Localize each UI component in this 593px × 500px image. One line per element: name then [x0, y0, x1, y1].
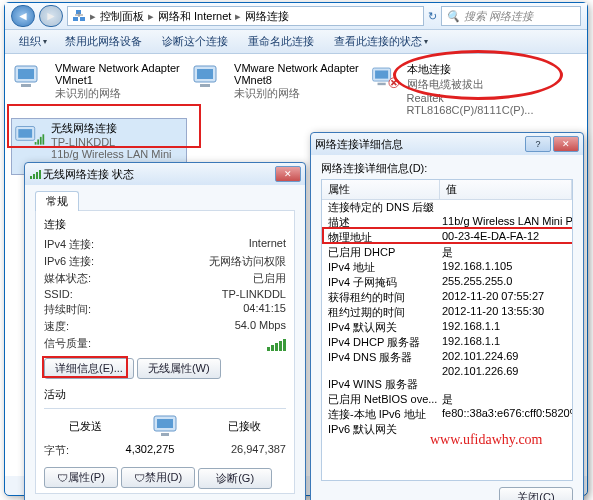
list-header: 属性 值	[322, 180, 572, 200]
crumb-3[interactable]: 网络连接	[245, 9, 289, 24]
table-row[interactable]: 获得租约的时间2012-11-20 07:55:27	[322, 290, 572, 305]
table-row[interactable]: 连接特定的 DNS 后缀	[322, 200, 572, 215]
help-icon[interactable]: ?	[525, 136, 551, 152]
search-icon: 🔍	[446, 10, 460, 23]
svg-rect-4	[18, 69, 34, 79]
svg-rect-25	[161, 433, 169, 436]
signal-label: 信号质量:	[44, 336, 91, 351]
table-row[interactable]: IPv4 DHCP 服务器192.168.1.1	[322, 335, 572, 350]
svg-rect-24	[157, 419, 173, 428]
highlight-wifi-adapter	[7, 104, 201, 148]
svg-rect-0	[73, 17, 78, 21]
table-row[interactable]: 已启用 DHCP是	[322, 245, 572, 260]
wireless-props-button[interactable]: 无线属性(W)	[137, 358, 221, 379]
table-row[interactable]: 租约过期的时间2012-11-20 13:55:30	[322, 305, 572, 320]
highlight-details-btn	[42, 356, 128, 378]
crumb-2[interactable]: 网络和 Internet	[158, 9, 231, 24]
diag-button[interactable]: 诊断(G)	[198, 468, 272, 489]
table-row[interactable]: IPv4 WINS 服务器	[322, 377, 572, 392]
table-row[interactable]: IPv4 地址192.168.1.105	[322, 260, 572, 275]
svg-rect-19	[30, 176, 32, 179]
tab-general[interactable]: 常规	[35, 191, 79, 211]
cmd-organize[interactable]: 组织	[13, 32, 53, 51]
adapter-vmnet8[interactable]: VMware Network Adapter VMnet8 未识别的网络	[190, 60, 366, 103]
table-row[interactable]: 连接-本地 IPv6 地址fe80::38a3:e676:cff0:5820%1…	[322, 407, 572, 422]
svg-rect-20	[33, 174, 35, 179]
svg-rect-7	[197, 69, 213, 79]
details-title: 网络连接详细信息	[315, 137, 525, 152]
recv-label: 已接收	[228, 419, 261, 434]
disable-button[interactable]: 🛡 禁用(D)	[121, 467, 195, 488]
cmd-disable[interactable]: 禁用此网络设备	[59, 32, 150, 51]
signal-bars-icon	[267, 336, 286, 351]
bytes-label: 字节:	[44, 443, 69, 458]
svg-rect-8	[200, 84, 210, 87]
sent-label: 已发送	[69, 419, 102, 434]
table-row[interactable]: 202.101.226.69	[322, 365, 572, 377]
recv-bytes: 26,947,387	[231, 443, 286, 458]
status-title: 无线网络连接 状态	[43, 167, 275, 182]
address-bar[interactable]: ▸ 控制面板 ▸ 网络和 Internet ▸ 网络连接	[67, 6, 424, 26]
table-row[interactable]: IPv4 默认网关192.168.1.1	[322, 320, 572, 335]
status-dialog: 无线网络连接 状态 ✕ 常规 连接 IPv4 连接:Internet IPv6 …	[24, 162, 306, 500]
network-icon	[72, 9, 86, 23]
table-row[interactable]: IPv4 DNS 服务器202.101.224.69	[322, 350, 572, 365]
highlight-ipv4-row	[322, 227, 573, 244]
highlight-local-adapter	[393, 50, 563, 100]
details-header: 网络连接详细信息(D):	[321, 161, 573, 176]
search-input[interactable]: 🔍 搜索 网络连接	[441, 6, 581, 26]
cmd-rename[interactable]: 重命名此连接	[242, 32, 322, 51]
sent-bytes: 4,302,275	[69, 443, 231, 458]
svg-rect-21	[36, 172, 38, 179]
nav-row: ◄ ► ▸ 控制面板 ▸ 网络和 Internet ▸ 网络连接 ↻ 🔍 搜索 …	[5, 3, 587, 30]
close-icon[interactable]: ✕	[275, 166, 301, 182]
table-row[interactable]: 已启用 NetBIOS ove...是	[322, 392, 572, 407]
cmd-diagnose[interactable]: 诊断这个连接	[156, 32, 236, 51]
watermark-text: www.ufidawhy.com	[430, 432, 543, 448]
forward-button[interactable]: ►	[39, 5, 63, 27]
wifi-icon	[29, 167, 43, 181]
adapter-icon	[13, 62, 49, 92]
conn-section-label: 连接	[44, 217, 286, 232]
activity-label: 活动	[44, 387, 286, 402]
svg-rect-11	[378, 83, 386, 85]
close-icon[interactable]: ✕	[553, 136, 579, 152]
svg-rect-5	[21, 84, 31, 87]
svg-rect-10	[375, 70, 388, 78]
cmd-status[interactable]: 查看此连接的状态	[328, 32, 434, 51]
table-row[interactable]: IPv4 子网掩码255.255.255.0	[322, 275, 572, 290]
adapter-icon	[192, 62, 228, 92]
activity-icon	[151, 414, 179, 438]
refresh-icon[interactable]: ↻	[428, 10, 437, 23]
crumb-1[interactable]: 控制面板	[100, 9, 144, 24]
adapter-vmnet1[interactable]: VMware Network Adapter VMnet1 未识别的网络	[11, 60, 187, 103]
close-button[interactable]: 关闭(C)	[499, 487, 573, 500]
svg-rect-1	[80, 17, 85, 21]
props-button[interactable]: 🛡 属性(P)	[44, 467, 118, 488]
svg-rect-22	[39, 170, 41, 179]
back-button[interactable]: ◄	[11, 5, 35, 27]
